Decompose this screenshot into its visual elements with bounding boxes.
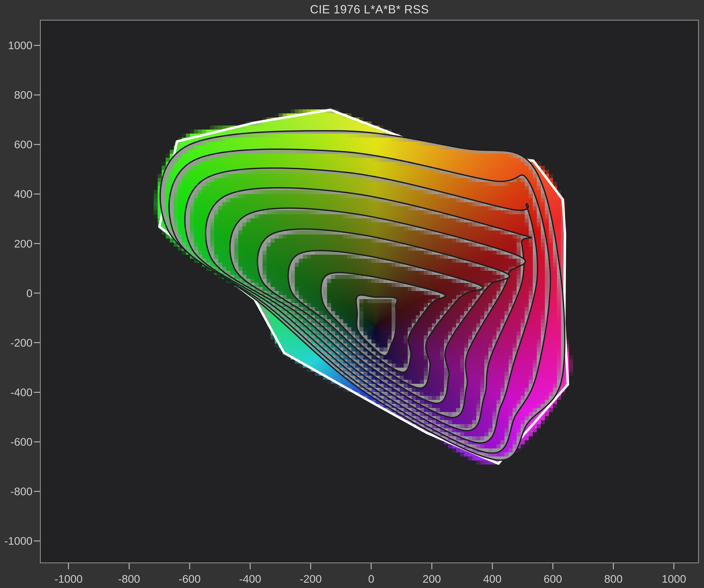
plot-area (40, 20, 699, 563)
y-tick-label: -200 (0, 336, 33, 349)
x-tick-mark (189, 563, 190, 569)
y-tick-mark (34, 243, 40, 244)
y-tick-mark (34, 441, 40, 442)
y-tick-label: 600 (0, 138, 33, 151)
x-tick-label: -800 (118, 573, 140, 585)
y-tick-mark (34, 342, 40, 343)
x-tick-mark (68, 563, 69, 569)
y-tick-label: -400 (0, 386, 33, 399)
x-tick-label: 600 (543, 573, 562, 585)
y-tick-label: 200 (0, 237, 33, 250)
x-tick-mark (129, 563, 130, 569)
x-tick-label: 0 (368, 573, 374, 585)
x-tick-label: -600 (179, 573, 200, 585)
y-tick-mark (34, 540, 40, 541)
app-window: CIE 1976 L*A*B* RSS 10008006004002000-20… (0, 0, 704, 588)
y-tick-label: -600 (0, 435, 33, 448)
y-tick-mark (34, 491, 40, 492)
x-tick-label: 400 (483, 573, 502, 585)
x-tick-label: 200 (423, 573, 441, 585)
x-tick-mark (673, 563, 674, 569)
y-tick-label: 400 (0, 188, 33, 200)
y-tick-mark (34, 292, 40, 293)
y-tick-mark (34, 95, 40, 95)
x-tick-label: -1000 (54, 573, 82, 585)
x-tick-mark (431, 563, 432, 569)
y-tick-label: 800 (0, 89, 33, 101)
x-tick-mark (552, 563, 553, 569)
y-tick-label: -1000 (0, 535, 33, 547)
x-tick-label: -200 (300, 573, 322, 585)
x-tick-mark (613, 563, 614, 569)
gamut-canvas (41, 20, 698, 563)
x-tick-mark (310, 563, 311, 569)
y-tick-label: 0 (0, 287, 33, 300)
x-tick-label: 800 (604, 573, 623, 585)
y-tick-mark (34, 144, 40, 145)
x-tick-label: 1000 (662, 573, 686, 585)
x-tick-label: -400 (239, 573, 261, 585)
y-tick-label: -800 (0, 485, 33, 498)
x-tick-mark (492, 563, 493, 569)
y-tick-mark (34, 45, 40, 46)
x-tick-mark (250, 563, 251, 569)
y-tick-mark (34, 194, 40, 195)
y-tick-mark (34, 392, 40, 393)
x-tick-mark (371, 563, 372, 569)
chart-title: CIE 1976 L*A*B* RSS (40, 3, 699, 16)
y-tick-label: 1000 (0, 39, 33, 52)
